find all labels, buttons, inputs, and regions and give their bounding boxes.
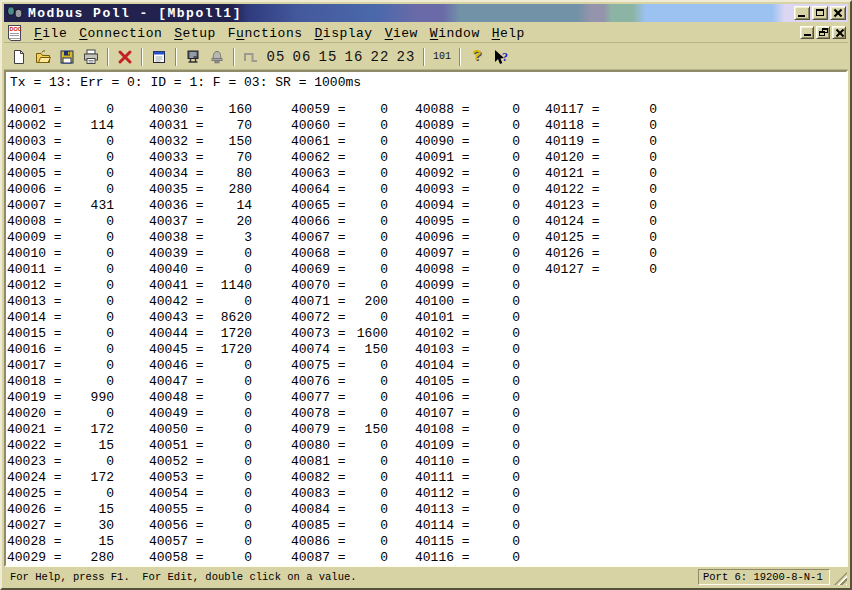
mdi-minimize-button[interactable] (800, 26, 814, 39)
register-row-40010[interactable]: 40010 =0 (7, 246, 114, 262)
register-row-40084[interactable]: 40084 =0 (291, 502, 388, 518)
register-row-40067[interactable]: 40067 =0 (291, 230, 388, 246)
register-row-40057[interactable]: 40057 =0 (149, 534, 252, 550)
register-row-40032[interactable]: 40032 =150 (149, 134, 252, 150)
register-row-40077[interactable]: 40077 =0 (291, 390, 388, 406)
register-row-40040[interactable]: 40040 =0 (149, 262, 252, 278)
register-row-40098[interactable]: 40098 =0 (415, 262, 520, 278)
register-row-40041[interactable]: 40041 =1140 (149, 278, 252, 294)
register-row-40100[interactable]: 40100 =0 (415, 294, 520, 310)
register-row-40003[interactable]: 40003 =0 (7, 134, 114, 150)
print-button[interactable] (79, 46, 103, 68)
register-row-40060[interactable]: 40060 =0 (291, 118, 388, 134)
register-row-40101[interactable]: 40101 =0 (415, 310, 520, 326)
register-row-40025[interactable]: 40025 =0 (7, 486, 114, 502)
toolbar-function-06[interactable]: 06 (289, 49, 315, 65)
register-row-40076[interactable]: 40076 =0 (291, 374, 388, 390)
register-row-40127[interactable]: 40127 =0 (545, 262, 657, 278)
register-row-40061[interactable]: 40061 =0 (291, 134, 388, 150)
document-icon[interactable]: DOC (6, 24, 24, 41)
register-row-40088[interactable]: 40088 =0 (415, 102, 520, 118)
register-row-40123[interactable]: 40123 =0 (545, 198, 657, 214)
register-row-40017[interactable]: 40017 =0 (7, 358, 114, 374)
register-row-40072[interactable]: 40072 =0 (291, 310, 388, 326)
cancel-communication-button[interactable] (113, 46, 137, 68)
register-row-40065[interactable]: 40065 =0 (291, 198, 388, 214)
register-row-40028[interactable]: 40028 =15 (7, 534, 114, 550)
register-row-40054[interactable]: 40054 =0 (149, 486, 252, 502)
register-row-40089[interactable]: 40089 =0 (415, 118, 520, 134)
register-row-40090[interactable]: 40090 =0 (415, 134, 520, 150)
register-row-40048[interactable]: 40048 =0 (149, 390, 252, 406)
register-row-40007[interactable]: 40007 =431 (7, 198, 114, 214)
register-row-40069[interactable]: 40069 =0 (291, 262, 388, 278)
register-row-40050[interactable]: 40050 =0 (149, 422, 252, 438)
register-row-40097[interactable]: 40097 =0 (415, 246, 520, 262)
menu-help[interactable]: Help (486, 25, 531, 42)
register-row-40087[interactable]: 40087 =0 (291, 550, 388, 566)
register-row-40124[interactable]: 40124 =0 (545, 214, 657, 230)
register-row-40073[interactable]: 40073 =1600 (291, 326, 388, 342)
register-row-40059[interactable]: 40059 =0 (291, 102, 388, 118)
register-row-40022[interactable]: 40022 =15 (7, 438, 114, 454)
alarm-button[interactable] (205, 46, 229, 68)
register-row-40036[interactable]: 40036 =14 (149, 198, 252, 214)
minimize-button[interactable] (794, 6, 810, 20)
register-row-40045[interactable]: 40045 =1720 (149, 342, 252, 358)
register-row-40004[interactable]: 40004 =0 (7, 150, 114, 166)
register-row-40093[interactable]: 40093 =0 (415, 182, 520, 198)
register-row-40018[interactable]: 40018 =0 (7, 374, 114, 390)
register-row-40019[interactable]: 40019 =990 (7, 390, 114, 406)
register-row-40026[interactable]: 40026 =15 (7, 502, 114, 518)
menu-functions[interactable]: Functions (222, 25, 309, 42)
register-row-40095[interactable]: 40095 =0 (415, 214, 520, 230)
register-row-40091[interactable]: 40091 =0 (415, 150, 520, 166)
register-row-40037[interactable]: 40037 =20 (149, 214, 252, 230)
register-row-40020[interactable]: 40020 =0 (7, 406, 114, 422)
register-row-40086[interactable]: 40086 =0 (291, 534, 388, 550)
register-row-40105[interactable]: 40105 =0 (415, 374, 520, 390)
register-row-40111[interactable]: 40111 =0 (415, 470, 520, 486)
register-row-40115[interactable]: 40115 =0 (415, 534, 520, 550)
register-row-40080[interactable]: 40080 =0 (291, 438, 388, 454)
register-row-40015[interactable]: 40015 =0 (7, 326, 114, 342)
register-row-40038[interactable]: 40038 =3 (149, 230, 252, 246)
register-row-40074[interactable]: 40074 =150 (291, 342, 388, 358)
register-row-40103[interactable]: 40103 =0 (415, 342, 520, 358)
register-row-40024[interactable]: 40024 =172 (7, 470, 114, 486)
maximize-button[interactable] (812, 6, 828, 20)
register-row-40006[interactable]: 40006 =0 (7, 182, 114, 198)
register-row-40027[interactable]: 40027 =30 (7, 518, 114, 534)
register-row-40110[interactable]: 40110 =0 (415, 454, 520, 470)
register-row-40039[interactable]: 40039 =0 (149, 246, 252, 262)
register-row-40083[interactable]: 40083 =0 (291, 486, 388, 502)
register-row-40071[interactable]: 40071 =200 (291, 294, 388, 310)
register-row-40056[interactable]: 40056 =0 (149, 518, 252, 534)
register-row-40117[interactable]: 40117 =0 (545, 102, 657, 118)
register-row-40079[interactable]: 40079 =150 (291, 422, 388, 438)
toolbar-function-15[interactable]: 15 (315, 49, 341, 65)
register-row-40092[interactable]: 40092 =0 (415, 166, 520, 182)
menu-file[interactable]: File (28, 25, 73, 42)
menu-window[interactable]: Window (424, 25, 486, 42)
close-button[interactable] (830, 6, 846, 20)
register-row-40058[interactable]: 40058 =0 (149, 550, 252, 566)
register-row-40107[interactable]: 40107 =0 (415, 406, 520, 422)
menu-setup[interactable]: Setup (168, 25, 222, 42)
register-row-40116[interactable]: 40116 =0 (415, 550, 520, 566)
pulse-trigger-button[interactable] (239, 46, 263, 68)
display-setup-button[interactable] (147, 46, 171, 68)
open-file-button[interactable] (31, 46, 55, 68)
register-row-40029[interactable]: 40029 =280 (7, 550, 114, 566)
register-row-40014[interactable]: 40014 =0 (7, 310, 114, 326)
register-row-40113[interactable]: 40113 =0 (415, 502, 520, 518)
register-row-40078[interactable]: 40078 =0 (291, 406, 388, 422)
register-row-40121[interactable]: 40121 =0 (545, 166, 657, 182)
register-row-40126[interactable]: 40126 =0 (545, 246, 657, 262)
register-row-40104[interactable]: 40104 =0 (415, 358, 520, 374)
register-row-40119[interactable]: 40119 =0 (545, 134, 657, 150)
context-help-button[interactable]: ? (489, 46, 513, 68)
register-row-40081[interactable]: 40081 =0 (291, 454, 388, 470)
register-row-40033[interactable]: 40033 =70 (149, 150, 252, 166)
register-row-40055[interactable]: 40055 =0 (149, 502, 252, 518)
